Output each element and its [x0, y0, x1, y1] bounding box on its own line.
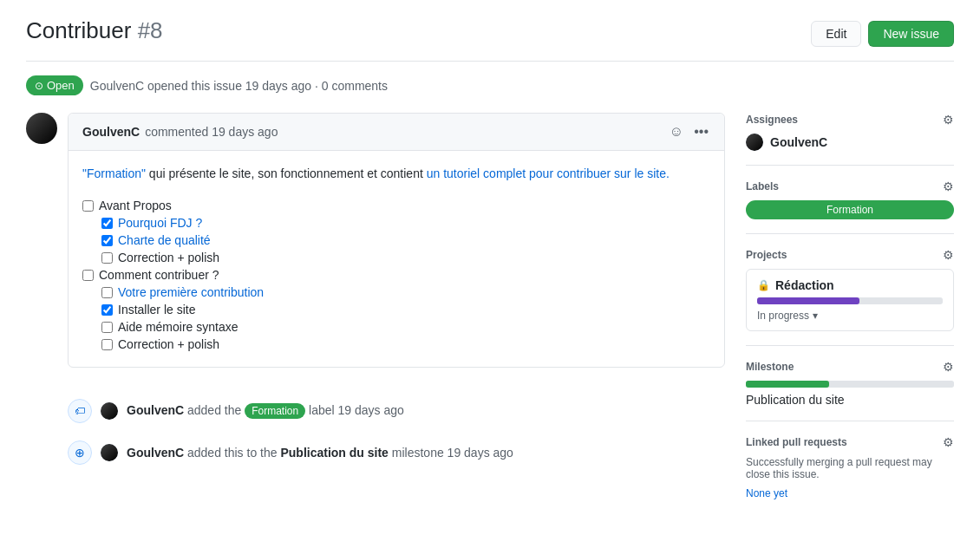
milestone-icon: ⊕ [68, 440, 92, 465]
formation-label-badge: Formation [746, 200, 954, 219]
more-options-button[interactable]: ••• [692, 122, 710, 141]
aide-label: Aide mémoire syntaxe [118, 320, 238, 334]
project-item: 🔒 Rédaction In progress ▾ [746, 269, 954, 331]
timeline-user-2: GoulvenC [127, 446, 184, 460]
linked-pr-gear-button[interactable]: ⚙ [943, 435, 954, 449]
timeline-label-event: 🏷 GoulvenC added the Formation label 19 … [68, 399, 725, 423]
projects-gear-button[interactable]: ⚙ [943, 248, 954, 262]
linked-pr-desc: Successfully merging a pull request may … [746, 456, 954, 480]
issue-title-text: Contribuer [26, 17, 131, 43]
timeline-events: 🏷 GoulvenC added the Formation label 19 … [26, 399, 725, 465]
comment-text: "Formation" qui présente le site, son fo… [82, 165, 710, 183]
checklist-sub-item-premiere: Votre première contribution [101, 284, 710, 301]
linked-pr-none: None yet [746, 487, 787, 499]
comment-body: "Formation" qui présente le site, son fo… [69, 151, 724, 367]
meta-text: GoulvenC opened this issue 19 days ago ·… [90, 79, 388, 93]
assignees-gear-button[interactable]: ⚙ [943, 113, 954, 127]
timeline-formation-label: Formation [245, 403, 305, 419]
checkbox-correction-2[interactable] [101, 339, 113, 350]
checklist-item-avant-propos: Avant Propos [82, 197, 710, 214]
status-badge: ⊙ Open [26, 75, 83, 95]
timeline-avatar-2 [101, 444, 118, 461]
checklist-sub-item-correction-1: Correction + polish [101, 249, 710, 266]
correction-label-2: Correction + polish [118, 337, 219, 351]
installer-label: Installer le site [118, 303, 195, 316]
commenter-avatar [26, 113, 57, 144]
checkbox-premiere[interactable] [101, 287, 113, 298]
premiere-link[interactable]: Votre première contribution [118, 285, 264, 299]
milestone-progress-fill [746, 381, 829, 388]
milestone-title: Milestone [746, 361, 794, 373]
timeline-milestone-text: GoulvenC added this to the Publication d… [127, 446, 513, 460]
milestone-gear-button[interactable]: ⚙ [943, 360, 954, 374]
checkbox-correction-1[interactable] [101, 252, 113, 264]
checklist-sub-comment: Votre première contribution Installer le… [82, 284, 710, 353]
checklist-sub-avant-propos: Pourquoi FDJ ? Charte de qualité Correct… [82, 214, 710, 266]
sidebar-assignees: Assignees ⚙ GoulvenC [746, 113, 954, 166]
lock-icon: 🔒 [757, 279, 770, 291]
project-progress-fill [757, 297, 859, 304]
issue-number: #8 [138, 17, 163, 43]
checklist-sub-item-installer: Installer le site [101, 301, 710, 318]
linked-pr-title: Linked pull requests [746, 436, 847, 448]
sidebar-labels: Labels ⚙ Formation [746, 179, 954, 234]
timeline-avatar-1 [101, 402, 118, 420]
timeline-milestone-event: ⊕ GoulvenC added this to the Publication… [68, 440, 725, 465]
sidebar-linked-pr: Linked pull requests ⚙ Successfully merg… [746, 435, 954, 499]
new-issue-button[interactable]: New issue [868, 21, 954, 47]
project-status-text: In progress [757, 310, 809, 322]
issue-body: GoulvenC commented 19 days ago ☺ ••• "Fo… [26, 113, 725, 499]
projects-title: Projects [746, 249, 787, 261]
checklist-sub-item-pourquoi: Pourquoi FDJ ? [101, 214, 710, 232]
emoji-button[interactable]: ☺ [668, 122, 685, 141]
assignee-avatar [746, 134, 763, 151]
project-status-dropdown[interactable]: In progress ▾ [757, 310, 943, 322]
checkbox-installer[interactable] [101, 304, 113, 316]
labels-gear-button[interactable]: ⚙ [943, 179, 954, 193]
comment-header: GoulvenC commented 19 days ago ☺ ••• [69, 114, 724, 151]
milestone-progress-bar [746, 381, 954, 388]
issue-meta: ⊙ Open GoulvenC opened this issue 19 day… [26, 75, 954, 95]
edit-button[interactable]: Edit [811, 21, 861, 47]
tutoriel-link[interactable]: un tutoriel complet pour contribuer sur … [427, 166, 670, 180]
checklist-sub-item-aide: Aide mémoire syntaxe [101, 318, 710, 336]
checkbox-charte[interactable] [101, 235, 113, 246]
sidebar-milestone: Milestone ⚙ Publication du site [746, 360, 954, 421]
checkbox-aide[interactable] [101, 322, 113, 333]
correction-label-1: Correction + polish [118, 251, 219, 264]
timeline-user-1: GoulvenC [127, 403, 184, 417]
labels-title: Labels [746, 180, 779, 192]
assignees-title: Assignees [746, 114, 798, 126]
comment-author: GoulvenC [82, 125, 140, 139]
assignee-name: GoulvenC [770, 135, 827, 149]
assignees-user: GoulvenC [746, 134, 954, 151]
status-text: Open [47, 79, 75, 92]
formation-link[interactable]: "Formation" [82, 166, 146, 180]
chevron-down-icon: ▾ [813, 310, 818, 322]
project-progress-bar [757, 297, 943, 304]
timeline-label-text: GoulvenC added the Formation label 19 da… [127, 403, 404, 419]
checklist-label-comment: Comment contribuer ? [99, 268, 219, 282]
sidebar-projects: Projects ⚙ 🔒 Rédaction In progress ▾ [746, 248, 954, 346]
checkbox-pourquoi[interactable] [101, 218, 113, 229]
checklist-sub-item-correction-2: Correction + polish [101, 336, 710, 353]
charte-link[interactable]: Charte de qualité [118, 233, 211, 247]
issue-title: Contribuer #8 [26, 17, 163, 44]
checklist-sub-item-charte: Charte de qualité [101, 232, 710, 249]
project-name: 🔒 Rédaction [757, 278, 943, 292]
checklist-label-avant-propos: Avant Propos [99, 199, 172, 212]
pourquoi-link[interactable]: Pourquoi FDJ ? [118, 216, 202, 230]
open-circle-icon: ⊙ [35, 80, 43, 92]
checklist: Avant Propos Pourquoi FDJ ? Charte de qu… [82, 197, 710, 353]
project-name-text: Rédaction [775, 278, 834, 292]
checkbox-avant-propos[interactable] [82, 200, 94, 212]
tag-icon: 🏷 [68, 399, 92, 423]
milestone-name: Publication du site [746, 393, 845, 407]
comment-time: commented 19 days ago [145, 125, 278, 139]
checkbox-comment[interactable] [82, 270, 94, 281]
milestone-name-text: Publication du site [280, 446, 388, 460]
checklist-item-comment: Comment contribuer ? [82, 266, 710, 284]
sidebar: Assignees ⚙ GoulvenC Labels ⚙ Formation [746, 113, 954, 499]
